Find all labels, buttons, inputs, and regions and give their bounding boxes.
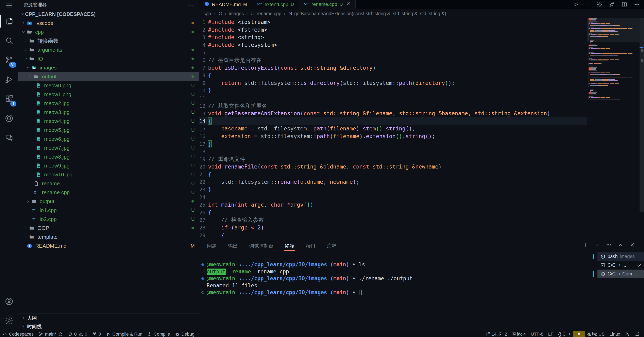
sidebar-section-时间线[interactable]: 时间线: [18, 322, 199, 331]
status-ports[interactable]: 0: [90, 331, 104, 337]
code-editor[interactable]: 1#include <iostream>2#include <fstream>3…: [199, 18, 644, 240]
tree-item-meow0.png[interactable]: meow0.pngU: [18, 81, 199, 90]
status-eol[interactable]: LF: [546, 331, 556, 337]
status-remote[interactable]: Codespaces: [0, 331, 36, 337]
breadcrumb-item[interactable]: cpp: [204, 11, 211, 17]
tree-item-meow10.jpg[interactable]: meow10.jpgU: [18, 170, 199, 179]
status-indentation[interactable]: 空格: 4: [510, 331, 528, 337]
scroll-cursor-marker: [640, 47, 643, 48]
run-icon[interactable]: [573, 2, 579, 8]
tree-item-rename.cpp[interactable]: C++rename.cppU: [18, 188, 199, 197]
tree-item-meow6.jpg[interactable]: meow6.jpgU: [18, 135, 199, 143]
breadcrumb-item[interactable]: C++rename.cpp: [250, 11, 281, 17]
activitybar-account[interactable]: [0, 292, 18, 311]
activitybar-explorer[interactable]: [0, 12, 18, 31]
status-notifications[interactable]: [632, 331, 642, 337]
status-problems[interactable]: 00: [65, 331, 90, 337]
file-tree: CPP_LEARN [CODESPACES].vscodecpp转换函数argu…: [18, 10, 199, 313]
status-mascot[interactable]: [573, 331, 585, 337]
status-compile-run[interactable]: Compile & Run: [104, 331, 145, 337]
tree-item-meow4.jpg[interactable]: meow4.jpgU: [18, 117, 199, 126]
terminal-instance-bash[interactable]: $bashimages: [598, 252, 644, 261]
activitybar-comments[interactable]: [0, 128, 18, 148]
close-panel-icon[interactable]: [630, 242, 635, 248]
tab-extend.cpp[interactable]: C++extend.cppU: [252, 0, 299, 9]
tree-item-CPP_LEARN-CODESPACES-[interactable]: CPP_LEARN [CODESPACES]: [18, 10, 199, 19]
tree-item-meow1.png[interactable]: meow1.pngU: [18, 90, 199, 99]
status-encoding[interactable]: UTF-8: [528, 331, 546, 337]
new-terminal-icon[interactable]: [582, 242, 588, 248]
code-line-18: 18: [199, 148, 644, 155]
status-compile[interactable]: Compile: [145, 331, 172, 337]
panel-tab-注释[interactable]: 注释: [326, 241, 337, 251]
minimap[interactable]: [587, 18, 640, 240]
activitybar-github[interactable]: [0, 109, 18, 128]
panel-tab-问题[interactable]: 问题: [207, 241, 217, 251]
line-number: 27: [199, 216, 206, 224]
tree-item-meow5.jpg[interactable]: meow5.jpgU: [18, 126, 199, 135]
tree-item-images[interactable]: images: [18, 63, 199, 72]
tree-item-meow9.jpg[interactable]: meow9.jpgU: [18, 161, 199, 170]
activitybar-source-control[interactable]: 31: [0, 51, 18, 70]
more-actions-icon[interactable]: ⋯: [188, 1, 194, 8]
tree-item-template[interactable]: template: [18, 232, 199, 241]
command-decoration[interactable]: [202, 291, 204, 294]
tree-item-meow2.jpg[interactable]: meow2.jpgU: [18, 99, 199, 108]
tab-rename.cpp[interactable]: C++rename.cppU: [299, 0, 356, 9]
tree-item-meow8.jpg[interactable]: meow8.jpgU: [18, 152, 199, 161]
maximize-panel-icon[interactable]: [618, 242, 623, 248]
more-actions-icon[interactable]: [634, 2, 640, 8]
status-os[interactable]: Linux: [607, 331, 622, 337]
status-debug[interactable]: Debug: [172, 331, 197, 337]
tab-README.md[interactable]: README.mdM: [199, 0, 252, 9]
git-status-badge: U: [191, 101, 195, 106]
tree-item-output[interactable]: output: [18, 72, 199, 81]
tree-item-arguments[interactable]: arguments: [18, 45, 199, 54]
panel-tab-端口[interactable]: 端口: [306, 241, 316, 251]
tree-item-cpp[interactable]: cpp: [18, 28, 199, 37]
terminal-instance-C-C-[interactable]: C/C++ ...: [598, 261, 644, 269]
sidebar-section-大纲[interactable]: 大纲: [18, 313, 199, 322]
activitybar-extensions[interactable]: 1: [0, 90, 18, 109]
tree-item-io2.cpp[interactable]: C++io2.cppU: [18, 215, 199, 224]
open-changes-icon[interactable]: [609, 2, 615, 8]
terminal-instance-C-C-Com-[interactable]: $C/C++ Com...: [598, 269, 644, 278]
breadcrumb-item[interactable]: images: [229, 11, 244, 17]
views-more-icon[interactable]: [606, 242, 612, 248]
panel-tab-终端[interactable]: 终端: [284, 241, 295, 251]
tree-item-io1.cpp[interactable]: C++io1.cppU: [18, 206, 199, 215]
tree-item-OOP[interactable]: OOP: [18, 224, 199, 232]
activitybar-search[interactable]: [0, 31, 18, 51]
close-icon[interactable]: [346, 2, 350, 7]
tree-item-转换函数[interactable]: 转换函数: [18, 37, 199, 45]
split-editor-icon[interactable]: [621, 2, 628, 8]
status-cursor-position[interactable]: 行 14, 列 2: [484, 331, 510, 337]
run-dropdown-icon[interactable]: [585, 2, 590, 7]
tree-item-meow3.jpg[interactable]: meow3.jpgU: [18, 108, 199, 117]
status-keyboard-layout[interactable]: 布局: US: [585, 331, 607, 337]
command-decoration[interactable]: [202, 277, 204, 280]
terminal[interactable]: @meowrain →.../cpp_learn/cpp/IO/images (…: [199, 261, 594, 331]
tree-item-README.md[interactable]: README.mdM: [18, 241, 199, 250]
tree-item-IO[interactable]: IO: [18, 54, 199, 63]
command-decoration[interactable]: [202, 263, 204, 266]
panel-tab-调试控制台[interactable]: 调试控制台: [249, 241, 274, 251]
status-feedback[interactable]: [622, 331, 632, 337]
activitybar-run-debug[interactable]: [0, 70, 18, 90]
vertical-scrollbar[interactable]: [640, 18, 644, 240]
status-language[interactable]: {} C++: [556, 331, 573, 337]
tree-item-.vscode[interactable]: .vscode: [18, 19, 199, 28]
panel-tab-输出[interactable]: 输出: [228, 241, 238, 251]
tree-item-rename[interactable]: renameU: [18, 179, 199, 188]
breadcrumb-item[interactable]: getBasenameAndExtension(const std::strin…: [288, 11, 446, 17]
search-icon: [5, 36, 14, 46]
status-branch[interactable]: main*: [36, 331, 65, 337]
launch-profile-icon[interactable]: [594, 242, 600, 248]
breadcrumb-item[interactable]: IO: [217, 11, 222, 17]
bash-hex-icon: $: [600, 271, 606, 277]
activitybar-settings[interactable]: [0, 311, 18, 331]
settings-gear-icon[interactable]: [596, 2, 602, 8]
activitybar-menu[interactable]: [0, 0, 18, 12]
tree-item-meow7.jpg[interactable]: meow7.jpgU: [18, 143, 199, 152]
tree-item-output[interactable]: output: [18, 197, 199, 206]
